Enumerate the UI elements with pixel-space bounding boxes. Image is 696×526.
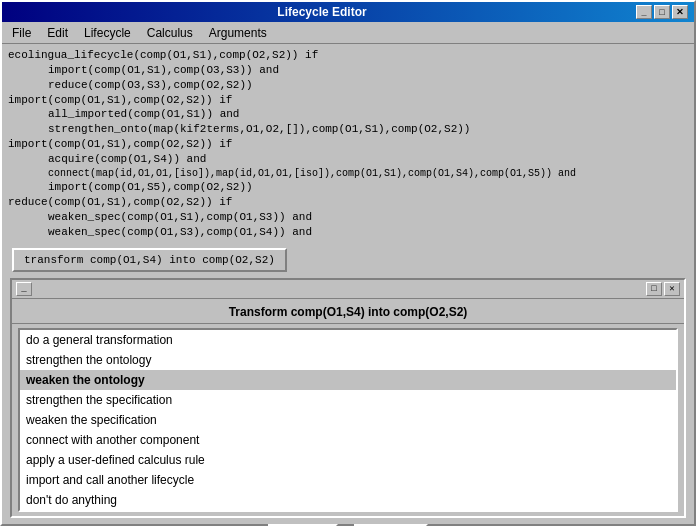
list-box[interactable]: do a general transformation strengthen t…	[18, 328, 678, 512]
code-line-8: acquire(comp(O1,S4)) and	[8, 152, 688, 167]
transform-button-area: transform comp(O1,S4) into comp(O2,S2)	[2, 244, 694, 278]
title-bar-controls: _ □ ✕	[636, 5, 688, 19]
code-line-12: weaken_spec(comp(O1,S1),comp(O1,S3)) and	[8, 210, 688, 225]
code-line-3: reduce(comp(O3,S3),comp(O2,S2))	[8, 78, 688, 93]
inner-close-button[interactable]: ✕	[664, 282, 680, 296]
dialog-buttons: Apply Cancel	[12, 516, 684, 526]
menu-lifecycle[interactable]: Lifecycle	[78, 24, 137, 42]
code-line-5: all_imported(comp(O1,S1)) and	[8, 107, 688, 122]
menu-calculus[interactable]: Calculus	[141, 24, 199, 42]
list-item-8[interactable]: don't do anything	[20, 490, 676, 510]
code-line-4: import(comp(O1,S1),comp(O2,S2)) if	[8, 93, 688, 108]
list-item-0[interactable]: do a general transformation	[20, 330, 676, 350]
inner-title-bar: _ □ ✕	[12, 280, 684, 299]
menu-file[interactable]: File	[6, 24, 37, 42]
inner-minimize-button[interactable]: _	[16, 282, 32, 296]
code-area: ecolingua_lifecycle(comp(O1,S1),comp(O2,…	[2, 44, 694, 244]
close-button[interactable]: ✕	[672, 5, 688, 19]
inner-close-controls: □ ✕	[646, 282, 680, 296]
list-item-4[interactable]: weaken the specification	[20, 410, 676, 430]
code-line-6: strengthen_onto(map(kif2terms,O1,O2,[]),…	[8, 122, 688, 137]
inner-title-controls: _	[16, 282, 32, 296]
main-window: Lifecycle Editor _ □ ✕ File Edit Lifecyc…	[0, 0, 696, 526]
code-line-7: import(comp(O1,S1),comp(O2,S2)) if	[8, 137, 688, 152]
code-line-1: ecolingua_lifecycle(comp(O1,S1),comp(O2,…	[8, 48, 688, 63]
menu-arguments[interactable]: Arguments	[203, 24, 273, 42]
maximize-button[interactable]: □	[654, 5, 670, 19]
inner-maximize-button[interactable]: □	[646, 282, 662, 296]
list-item-7[interactable]: import and call another lifecycle	[20, 470, 676, 490]
dialog-title: Transform comp(O1,S4) into comp(O2,S2)	[12, 299, 684, 324]
list-item-5[interactable]: connect with another component	[20, 430, 676, 450]
list-item-1[interactable]: strengthen the ontology	[20, 350, 676, 370]
inner-window-content: Transform comp(O1,S4) into comp(O2,S2) d…	[12, 299, 684, 526]
list-item-6[interactable]: apply a user-defined calculus rule	[20, 450, 676, 470]
list-item-2[interactable]: weaken the ontology	[20, 370, 676, 390]
code-line-13: weaken_spec(comp(O1,S3),comp(O1,S4)) and	[8, 225, 688, 240]
code-line-10: import(comp(O1,S5),comp(O2,S2))	[8, 180, 688, 195]
menu-bar: File Edit Lifecycle Calculus Arguments	[2, 22, 694, 44]
minimize-button[interactable]: _	[636, 5, 652, 19]
transform-button[interactable]: transform comp(O1,S4) into comp(O2,S2)	[12, 248, 287, 272]
code-line-11: reduce(comp(O1,S1),comp(O2,S2)) if	[8, 195, 688, 210]
code-line-9: connect(map(id,O1,O1,[iso]),map(id,O1,O1…	[8, 167, 688, 181]
window-title: Lifecycle Editor	[8, 5, 636, 19]
menu-edit[interactable]: Edit	[41, 24, 74, 42]
title-bar: Lifecycle Editor _ □ ✕	[2, 2, 694, 22]
code-line-2: import(comp(O1,S1),comp(O3,S3)) and	[8, 63, 688, 78]
list-item-3[interactable]: strengthen the specification	[20, 390, 676, 410]
inner-dialog: _ □ ✕ Transform comp(O1,S4) into comp(O2…	[10, 278, 686, 518]
